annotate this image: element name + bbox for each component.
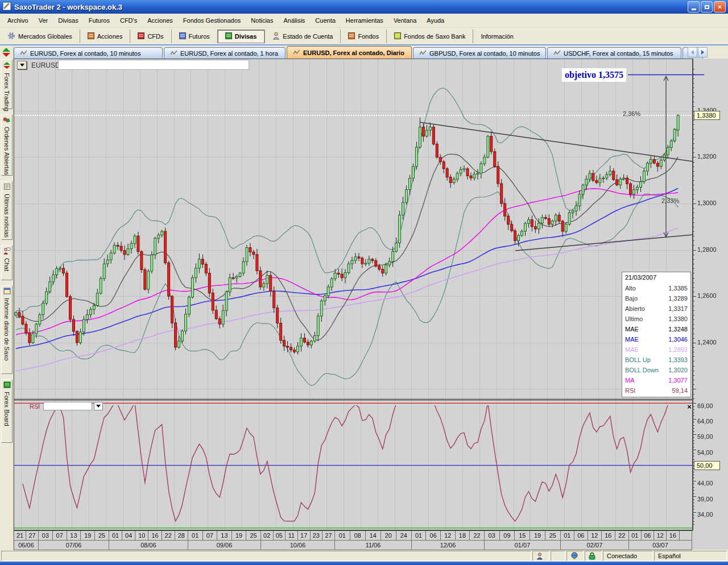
toolbar-button-estado-de-cuenta[interactable]: Estado de Cuenta (264, 30, 340, 43)
day-cell: 25 (95, 531, 109, 541)
menu-item-archivo[interactable]: Archivo (2, 14, 34, 28)
day-cell: 27 (322, 531, 335, 541)
rsi-settings-input[interactable] (43, 402, 92, 410)
date-axis: 2127030713192501041016222801071319250205… (14, 530, 693, 550)
day-cell: 01 (335, 531, 350, 541)
rsi-indicator-label: RSI (30, 403, 40, 410)
price-tick-1-2800: 1,2800 (697, 246, 728, 253)
chart-tab-eurusd-forex-al-contado-diario[interactable]: EURUSD, Forex al contado, Diario (287, 46, 412, 59)
menu-item-cuenta[interactable]: Cuenta (310, 14, 340, 28)
info-row-bajo: Bajo1,3289 (622, 294, 690, 304)
rsi-dropdown-button[interactable] (94, 402, 103, 410)
chart-tab-eurusd-forex-al-contado-10-minutos[interactable]: EURUSD, Forex al contado, 10 minutos (14, 47, 163, 59)
cfds-icon (138, 32, 144, 40)
day-cell: 01 (109, 531, 122, 541)
minimize-button[interactable] (688, 1, 700, 13)
day-cell: 03 (39, 531, 53, 541)
rsi-close-button[interactable]: × (685, 403, 693, 411)
app-icon (2, 2, 11, 12)
menu-item-noticias[interactable]: Noticias (246, 14, 278, 28)
day-cell: 03 (485, 531, 500, 541)
month-cell-08-06: 08/06 (109, 541, 188, 550)
menu-bar: ArchivoVerDivisasFuturosCFD'sAccionesFon… (0, 14, 728, 28)
sidebar-item-u-ltimas-noticias[interactable]: Últimas noticias (1, 181, 13, 240)
menu-item-futuros[interactable]: Futuros (84, 14, 115, 28)
price-chart-canvas[interactable] (14, 59, 728, 530)
tab-scroll-right-button[interactable] (698, 47, 708, 57)
toolbar-button-divisas[interactable]: Divisas (217, 30, 265, 43)
status-spare-cell (551, 551, 565, 561)
menu-item-divisas[interactable]: Divisas (53, 14, 83, 28)
menu-item-ayuda[interactable]: Ayuda (421, 14, 449, 28)
price-tick-1-2600: 1,2600 (697, 292, 728, 299)
toolbar-button-label: CFDs (147, 33, 163, 40)
symbol-dropdown-button[interactable] (17, 61, 27, 69)
menu-item-acciones[interactable]: Acciones (142, 14, 178, 28)
info-row-alto: Alto1,3385 (622, 284, 690, 294)
info-row-mae: MAE1,3046 (622, 335, 690, 345)
chart-tab-gbpusd-forex-al-contado-10-minutos[interactable]: GBPUSD, Forex al contado, 10 minutos (413, 47, 546, 59)
sidebar-item-label: Ordenes Abiertas (3, 127, 10, 175)
toolbar-button-acciones[interactable]: Acciones (80, 30, 130, 43)
language-selector[interactable]: Español (654, 551, 727, 561)
news-icon (3, 183, 11, 192)
restore-button[interactable] (701, 1, 713, 13)
day-cell: 25 (246, 531, 261, 541)
chart-tab-label: USDCHF, Forex al contado, 15 minutos (564, 50, 673, 57)
status-user-cell (532, 551, 549, 561)
day-cell: 22 (162, 531, 175, 541)
status-bar: Conectado Español (0, 550, 728, 562)
menu-item-herramientas[interactable]: Herramientas (341, 14, 388, 28)
chart-tab-eurusd-forex-al-contado-1-hora[interactable]: EURUSD, Forex al contado, 1 hora (164, 47, 286, 59)
day-cell: 16 (148, 531, 162, 541)
day-cell: 12 (654, 531, 667, 541)
toolbar-button-fondos[interactable]: Fondos (340, 30, 386, 43)
day-cell: 24 (396, 531, 412, 541)
toolbar-button-futuros[interactable]: Futuros (171, 30, 217, 43)
sidebar-item-ordenes-abiertas[interactable]: Ordenes Abiertas (1, 114, 13, 176)
chart-tab-usdchf-forex-al-contado-15-minutos[interactable]: USDCHF, Forex al contado, 15 minutos (547, 47, 681, 59)
forex-trading-icon (3, 61, 11, 70)
sidebar-item-forex-board[interactable]: Forex Board (1, 379, 13, 443)
info-row-abierto: Abierto1,3317 (622, 304, 690, 314)
person-icon (536, 552, 543, 560)
day-cell: 27 (26, 531, 39, 541)
sidebar-item-forex-trading[interactable]: Forex Trading (1, 59, 13, 109)
rsi-50-badge: 50,00 (694, 461, 720, 470)
sidebar-item-label: Forex Trading (3, 73, 10, 111)
close-button[interactable]: × (714, 1, 726, 13)
chart-tab-label: GBPUSD, Forex al contado, 10 minutos (429, 50, 540, 57)
day-cell: 10 (135, 531, 148, 541)
arrow-right-icon (701, 50, 704, 55)
toolbar-button-fondos-de-saxo-bank[interactable]: Fondos de Saxo Bank (386, 30, 473, 43)
toolbar-button-mercados-globales[interactable]: Mercados Globales (0, 30, 80, 43)
toolbar-button-label: Acciones (97, 33, 123, 40)
menu-item-fondos-gestionados[interactable]: Fondos Gestionados (178, 14, 246, 28)
menu-item-ventana[interactable]: Ventana (388, 14, 421, 28)
arrow-left-icon (691, 50, 694, 55)
chat-icon (3, 247, 11, 256)
price-tick-1-2400: 1,2400 (697, 339, 728, 346)
sidebar-item-informe-diario-de-saxo[interactable]: Informe diario de Saxo (1, 285, 13, 374)
chart-icon (419, 50, 427, 57)
day-cell: 06 (574, 531, 588, 541)
menu-item-ver[interactable]: Ver (34, 14, 53, 28)
toolbar-button-informacio-n[interactable]: Información (473, 30, 520, 43)
sidebar-item-chat[interactable]: Chat (1, 245, 13, 280)
symbol-search-input[interactable] (58, 60, 249, 70)
month-cell-03-07: 03/07 (629, 541, 692, 550)
report-icon (3, 288, 11, 296)
connection-status: Conectado (603, 551, 653, 561)
menu-item-cfd-s[interactable]: CFD's (115, 14, 142, 28)
day-cell: 06 (642, 531, 654, 541)
info-row-mae: MAE1,3248 (622, 325, 690, 335)
day-cell: 12 (588, 531, 602, 541)
info-row-ultimo: Ultimo1,3380 (622, 314, 690, 325)
toolbar-button-cfds[interactable]: CFDs (130, 30, 171, 43)
menu-item-ana-lisis[interactable]: Análisis (278, 14, 310, 28)
chart-tab-label: EURUSD, Forex al contado, 1 hora (180, 50, 278, 57)
tab-scroll-left-button[interactable] (688, 47, 697, 57)
window-bottom-edge (0, 562, 728, 565)
day-cell (680, 531, 692, 541)
status-lock-cell (585, 551, 602, 561)
